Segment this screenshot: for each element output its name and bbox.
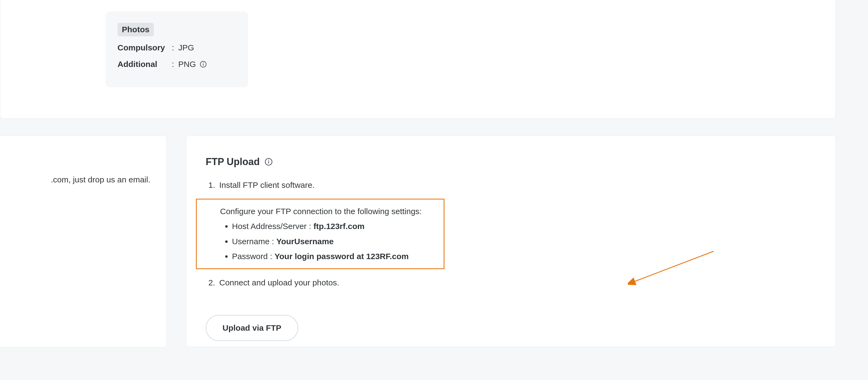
ftp-setting-host: Host Address/Server : ftp.123rf.com (232, 220, 439, 232)
ftp-step-3: Connect and upload your photos. (206, 277, 816, 289)
step-text: Configure your FTP connection to the fol… (220, 207, 422, 216)
ftp-step-2-highlight: Configure your FTP connection to the fol… (196, 199, 444, 269)
step-text: Install FTP client software. (219, 180, 314, 189)
ftp-title-text: FTP Upload (206, 155, 260, 169)
setting-value: YourUsername (276, 237, 334, 246)
button-label: Upload via FTP (222, 323, 281, 333)
photos-badge: Photos (118, 23, 154, 36)
format-key: Additional (118, 58, 172, 70)
ftp-upload-card: FTP Upload Install FTP client software. … (186, 136, 836, 347)
ftp-setting-username: Username : YourUsername (232, 236, 439, 247)
format-value: JPG (178, 42, 194, 54)
colon: : (172, 42, 178, 54)
format-key: Compulsory (118, 42, 172, 54)
format-row-additional: Additional : PNG (118, 58, 236, 70)
email-help-card: .com, just drop us an email. (0, 136, 167, 347)
format-row-compulsory: Compulsory : JPG (118, 42, 236, 54)
format-value: PNG (178, 58, 196, 70)
svg-point-2 (203, 62, 204, 63)
setting-label: Username : (232, 237, 276, 246)
step-text: Connect and upload your photos. (219, 278, 339, 287)
setting-label: Password : (232, 252, 275, 261)
info-icon[interactable] (265, 158, 273, 166)
upload-via-ftp-button[interactable]: Upload via FTP (206, 315, 298, 341)
svg-point-5 (268, 160, 269, 161)
setting-value: ftp.123rf.com (313, 222, 364, 231)
setting-label: Host Address/Server : (232, 222, 313, 231)
photos-formats-card: Photos Compulsory : JPG Additional : PNG (105, 11, 248, 87)
ftp-step-1: Install FTP client software. (206, 179, 816, 191)
ftp-step-2: Configure your FTP connection to the fol… (197, 205, 439, 263)
colon: : (172, 58, 178, 70)
email-help-text: .com, just drop us an email. (51, 174, 150, 186)
ftp-settings-list: Host Address/Server : ftp.123rf.com User… (232, 220, 439, 263)
setting-value: Your login password at 123RF.com (275, 252, 409, 261)
info-icon[interactable] (200, 61, 207, 68)
top-panel: Photos Compulsory : JPG Additional : PNG (0, 0, 836, 119)
ftp-steps-list: Install FTP client software. Configure y… (206, 179, 816, 288)
ftp-setting-password: Password : Your login password at 123RF.… (232, 250, 439, 263)
ftp-upload-heading: FTP Upload (206, 155, 816, 169)
